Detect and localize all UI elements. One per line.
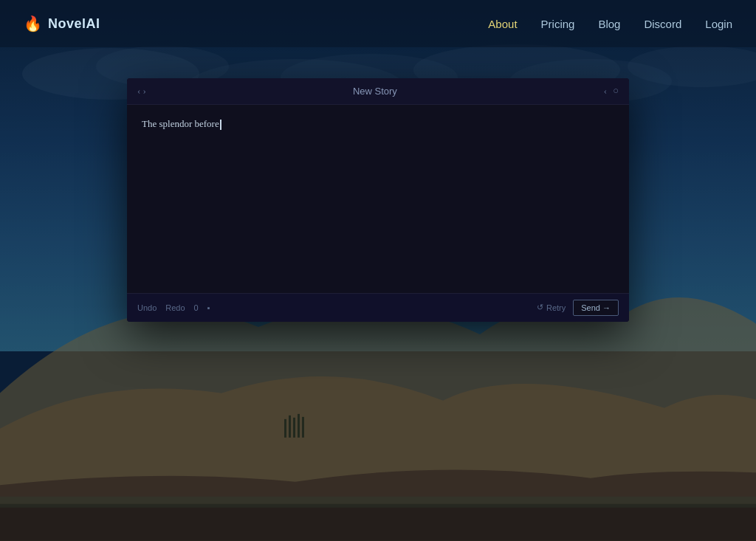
editor-story-text: The splendor before	[142, 118, 219, 129]
editor-controls-right: ‹ ○	[604, 85, 619, 97]
redo-label[interactable]: Redo	[165, 303, 185, 312]
editor-footer-right: ↺ Retry Send →	[537, 300, 619, 316]
navbar: 🔥 NovelAI About Pricing Blog Discord Log…	[0, 0, 756, 47]
editor-close-icon[interactable]: ○	[613, 85, 619, 97]
send-label: Send →	[581, 303, 611, 312]
retry-button[interactable]: ↺ Retry	[537, 303, 566, 312]
send-button[interactable]: Send →	[573, 300, 619, 316]
word-count: 0	[194, 303, 199, 312]
undo-label[interactable]: Undo	[137, 303, 157, 312]
retry-icon: ↺	[537, 303, 543, 312]
editor-title: New Story	[146, 86, 604, 97]
logo-text: NovelAI	[48, 16, 100, 32]
text-cursor	[220, 120, 221, 130]
footer-icon: ▪	[207, 303, 210, 312]
editor-footer-left: Undo Redo 0 ▪	[137, 303, 210, 312]
editor-footer: Undo Redo 0 ▪ ↺ Retry Send →	[127, 293, 629, 322]
editor-body[interactable]: The splendor before	[127, 105, 629, 293]
nav-link-login[interactable]: Login	[705, 18, 732, 30]
nav-link-discord[interactable]: Discord	[644, 18, 681, 30]
editor-nav-left: ‹ ›	[137, 85, 146, 97]
nav-link-about[interactable]: About	[488, 18, 517, 30]
editor-arrows-left[interactable]: ‹ ›	[137, 85, 146, 97]
retry-label: Retry	[546, 303, 566, 312]
editor-text-content: The splendor before	[142, 117, 614, 131]
logo: 🔥 NovelAI	[24, 15, 100, 32]
logo-icon: 🔥	[24, 15, 42, 32]
nav-links: About Pricing Blog Discord Login	[488, 18, 732, 30]
editor-window: ‹ › New Story ‹ ○ The splendor before Un…	[127, 78, 629, 322]
editor-titlebar: ‹ › New Story ‹ ○	[127, 78, 629, 105]
nav-link-pricing[interactable]: Pricing	[541, 18, 575, 30]
nav-link-blog[interactable]: Blog	[598, 18, 620, 30]
hero-section: Write about rural society Driven by AI, …	[0, 47, 756, 307]
editor-arrows-right[interactable]: ‹	[604, 85, 607, 97]
